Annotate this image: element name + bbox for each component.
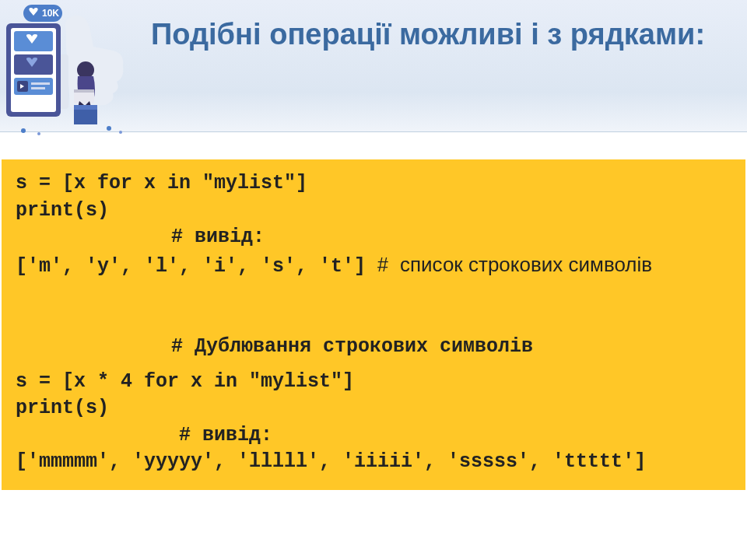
code-section-comment: # Дублювання строкових символів — [16, 334, 731, 361]
code-comment: # вивід: — [16, 224, 731, 251]
svg-rect-14 — [74, 89, 94, 93]
code-output-line: ['m', 'y', 'l', 'i', 's', 't'] # список … — [16, 251, 731, 281]
code-comment: # вивід: — [16, 422, 731, 450]
code-line: s = [x * 4 for x in "mylist"] — [16, 369, 731, 396]
code-line: print(s) — [16, 395, 731, 422]
svg-rect-16 — [74, 105, 97, 110]
code-line: print(s) — [16, 198, 731, 225]
svg-point-20 — [119, 131, 122, 134]
code-line: s = [x for x in "mylist"] — [16, 170, 731, 198]
svg-point-17 — [21, 128, 26, 133]
svg-point-18 — [37, 132, 40, 135]
code-example-block: s = [x for x in "mylist"] print(s) # вив… — [2, 159, 745, 490]
social-media-illustration: 10K — [0, 0, 132, 140]
svg-rect-10 — [31, 82, 50, 85]
slide-title: Подібні операції можливі і з рядками: — [140, 16, 716, 54]
svg-point-12 — [77, 61, 94, 79]
code-output-line: ['mmmmm', 'yyyyy', 'lllll', 'iiiii', 'ss… — [16, 449, 731, 476]
svg-text:10K: 10K — [42, 8, 59, 19]
svg-rect-11 — [31, 87, 45, 89]
svg-point-19 — [107, 126, 111, 131]
